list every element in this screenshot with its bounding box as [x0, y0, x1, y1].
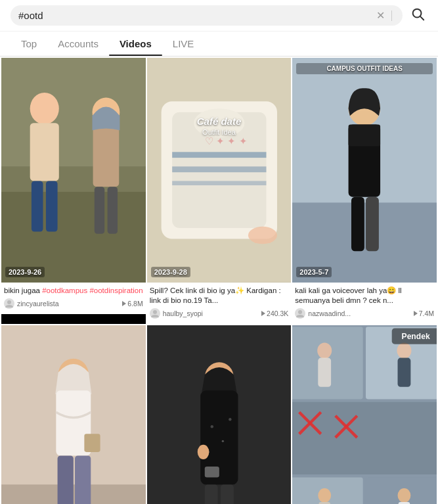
svg-point-62 [397, 342, 412, 358]
play-icon [414, 311, 418, 316]
video-card[interactable]: 1-18 Ootd pake jeans tapi tetep feminim … [1, 325, 146, 504]
video-date: 2023-5-7 [296, 267, 332, 277]
tab-top[interactable]: Top [11, 32, 47, 56]
svg-point-45 [210, 425, 213, 428]
card-title: kali kali ga voiceover lah ya😄 ll semuan… [295, 286, 434, 306]
svg-rect-71 [399, 502, 410, 504]
svg-point-70 [398, 488, 411, 503]
video-card[interactable]: ♡ ✦ ✦ ✦ Café date Outfit Idea 2023-9-28 … [147, 58, 292, 324]
card-info: bikin jugaa #ootdkampus #ootdinspiration… [1, 283, 146, 314]
svg-rect-11 [95, 187, 104, 234]
svg-point-47 [229, 418, 231, 421]
svg-point-49 [197, 444, 209, 459]
svg-rect-40 [84, 434, 100, 452]
card-info: kali kali ga voiceover lah ya😄 ll semuan… [292, 283, 437, 324]
svg-rect-51 [204, 484, 217, 504]
svg-rect-31 [349, 124, 380, 146]
avatar [4, 298, 14, 309]
svg-rect-18 [172, 166, 266, 172]
video-grid: 🧍 🧍 2023-9-2 [0, 57, 438, 504]
svg-rect-52 [221, 484, 234, 504]
tab-accounts[interactable]: Accounts [47, 32, 109, 56]
card-meta: nazwaadind... 7.4M [295, 308, 434, 319]
author-name: zincyaurelista [17, 300, 120, 308]
svg-rect-57 [292, 401, 437, 474]
svg-rect-8 [46, 181, 58, 231]
svg-point-22 [248, 227, 277, 244]
card-meta: haulby_syopi 240.3K [150, 308, 289, 319]
card-meta: zincyaurelista 6.8M [4, 298, 143, 309]
svg-rect-39 [75, 455, 91, 504]
svg-rect-69 [319, 502, 331, 504]
search-input-wrapper: ✕ [11, 5, 403, 26]
search-input[interactable] [18, 10, 372, 21]
video-card[interactable]: Pendek 2023-8-19 #inspirasioutfithijab #… [292, 325, 437, 504]
video-card[interactable]: 🧍 🧍 2023-9-2 [1, 58, 146, 324]
tabs-bar: Top Accounts Videos LIVE [0, 32, 438, 57]
search-button[interactable] [408, 7, 427, 24]
tab-live[interactable]: LIVE [162, 32, 205, 56]
overlay-text: Café date Outfit Idea [197, 115, 242, 135]
svg-point-60 [318, 342, 332, 358]
play-icon [122, 301, 126, 306]
video-card[interactable]: CAMPUS OUTFIT IDEAS 2023-5-7 kali kali g… [292, 58, 437, 324]
svg-point-68 [318, 488, 332, 503]
view-count: 6.8M [122, 300, 142, 308]
svg-rect-12 [108, 187, 118, 234]
search-bar: ✕ [0, 0, 438, 32]
card-title: Spill? Cek link di bio ig ya✨ Kardigan :… [150, 286, 289, 306]
svg-point-23 [153, 310, 157, 314]
svg-text:♡ ✦ ✦ ✦: ♡ ✦ ✦ ✦ [204, 135, 247, 147]
view-count: 240.3K [261, 309, 288, 317]
svg-point-32 [298, 310, 302, 314]
author-name: haulby_syopi [163, 309, 259, 317]
svg-rect-17 [172, 152, 266, 158]
card-info: Spill? Cek link di bio ig ya✨ Kardigan :… [147, 283, 292, 324]
view-count: 7.4M [414, 309, 434, 317]
svg-rect-63 [398, 357, 411, 386]
play-icon [261, 311, 265, 316]
avatar [150, 308, 160, 319]
card-title: bikin jugaa #ootdkampus #ootdinspiration [4, 286, 143, 296]
svg-rect-7 [32, 181, 43, 231]
svg-rect-29 [351, 197, 364, 252]
svg-point-5 [30, 93, 59, 124]
overlay-badge: CAMPUS OUTFIT IDEAS [296, 63, 433, 74]
video-date: 2023-9-26 [5, 267, 45, 277]
svg-rect-30 [366, 197, 379, 252]
avatar [295, 308, 305, 319]
divider [391, 11, 392, 21]
svg-rect-10 [93, 126, 120, 187]
clear-icon[interactable]: ✕ [376, 9, 385, 22]
svg-rect-4 [1, 166, 146, 192]
svg-text:Pendek: Pendek [402, 332, 430, 341]
svg-rect-19 [172, 181, 266, 185]
svg-rect-6 [30, 123, 59, 181]
hashtag: #ootdkampus #ootdinspiration [42, 286, 142, 294]
video-date: 2023-9-28 [151, 267, 190, 277]
video-card[interactable]: 2-5 Inspirasi outfit lebaran dibawah 100… [147, 325, 292, 504]
svg-point-46 [221, 440, 223, 442]
tab-videos[interactable]: Videos [109, 32, 162, 56]
svg-point-13 [7, 300, 11, 304]
svg-line-1 [420, 16, 424, 20]
svg-rect-50 [204, 467, 219, 478]
svg-rect-38 [58, 455, 74, 504]
svg-rect-61 [318, 357, 332, 386]
author-name: nazwaadind... [308, 309, 410, 317]
